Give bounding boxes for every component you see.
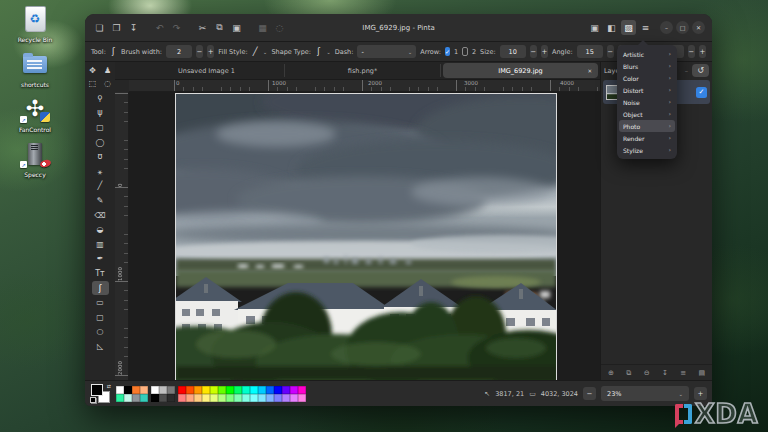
tool-text[interactable]: Tт xyxy=(92,266,109,281)
palette-swatch[interactable] xyxy=(258,394,266,402)
palette-swatch[interactable] xyxy=(210,394,218,402)
palette-swatch[interactable] xyxy=(151,394,159,402)
size-decrease-button[interactable]: − xyxy=(530,45,537,58)
close-tab-icon[interactable]: ✕ xyxy=(587,68,592,74)
duplicate-layer-icon[interactable]: ⧉ xyxy=(626,369,631,377)
adjustments-icon[interactable]: ◧ xyxy=(604,20,619,35)
palette-swatch[interactable] xyxy=(116,386,124,394)
palette-swatch[interactable] xyxy=(178,394,186,402)
palette-swatch[interactable] xyxy=(140,386,148,394)
layer-properties-icon[interactable]: ≡ xyxy=(680,369,686,377)
open-image-icon[interactable]: ❐ xyxy=(109,20,124,35)
effects-menu-item[interactable]: Artistic › xyxy=(619,48,675,60)
canvas-area[interactable] xyxy=(129,92,600,380)
palette-swatch[interactable] xyxy=(167,386,175,394)
image-menu-icon[interactable]: ▣ xyxy=(587,20,602,35)
toolbar-separator[interactable] xyxy=(186,20,193,35)
desktop-icon-recycle-bin[interactable]: ♻ Recycle Bin xyxy=(6,3,64,43)
palette-swatch[interactable] xyxy=(202,394,210,402)
layer-visibility-checkbox[interactable]: ✓ xyxy=(696,87,707,98)
brush-width-decrease-button[interactable]: − xyxy=(196,45,203,58)
palette-swatch[interactable] xyxy=(250,394,258,402)
palette-swatch[interactable] xyxy=(218,386,226,394)
palette-swatch[interactable] xyxy=(178,386,186,394)
fill-style-icon[interactable]: ╱ xyxy=(252,45,259,58)
palette-swatch[interactable] xyxy=(266,386,274,394)
palette-swatch[interactable] xyxy=(151,386,159,394)
tab-fish-png[interactable]: fish.png* xyxy=(285,64,441,77)
palette-swatch[interactable] xyxy=(250,386,258,394)
tool-zoom[interactable]: ⚲ xyxy=(92,91,109,106)
palette-swatch[interactable] xyxy=(282,386,290,394)
palette-swatch[interactable] xyxy=(226,394,234,402)
tool-rounded-rectangle[interactable]: ▢ xyxy=(92,310,109,325)
zoom-out-button[interactable]: − xyxy=(583,387,596,400)
dash-pattern-input[interactable]: -⌄ xyxy=(357,45,416,58)
effects-menu-item[interactable]: Color › xyxy=(619,72,675,84)
palette-swatch[interactable] xyxy=(186,394,194,402)
palette-swatch[interactable] xyxy=(132,394,140,402)
effects-menu-item[interactable]: Blurs › xyxy=(619,60,675,72)
palette-swatch[interactable] xyxy=(290,386,298,394)
tool-freeform-shape[interactable]: ◺ xyxy=(92,339,109,354)
palette-swatch[interactable] xyxy=(274,386,282,394)
palette-swatch[interactable] xyxy=(202,386,210,394)
palette-swatch[interactable] xyxy=(266,394,274,402)
brush-width-increase-button[interactable]: + xyxy=(207,45,214,58)
minimize-button[interactable]: – xyxy=(660,21,673,34)
swap-colors-icon[interactable]: ⇄ xyxy=(107,383,111,389)
primary-secondary-color-widget[interactable]: ⇄ xyxy=(90,383,111,404)
arrow2-checkbox[interactable] xyxy=(462,47,468,56)
arrow1-checkbox[interactable]: ✓ xyxy=(445,47,450,56)
chevron-down-icon[interactable]: ⌄ xyxy=(263,49,268,55)
tool-rectangle-select[interactable]: ▢ xyxy=(92,120,109,135)
palette-swatch[interactable] xyxy=(132,386,140,394)
reset-colors-icon[interactable] xyxy=(90,397,97,404)
palette-swatch[interactable] xyxy=(124,394,132,402)
tool-eraser[interactable]: ⌫ xyxy=(92,208,109,223)
tool-pencil[interactable]: ✎ xyxy=(92,193,109,208)
palette-swatch[interactable] xyxy=(194,386,202,394)
effects-menu-item[interactable]: Photo › xyxy=(619,120,675,132)
new-image-icon[interactable]: ❏ xyxy=(92,20,107,35)
tool-ellipse-select[interactable]: ◯ xyxy=(92,135,109,150)
palette-swatch[interactable] xyxy=(186,386,194,394)
palette-swatch[interactable] xyxy=(242,394,250,402)
tool-move-selected[interactable]: ✥ xyxy=(85,64,100,77)
palette-swatch[interactable] xyxy=(140,394,148,402)
tool-color-picker[interactable]: ✒ xyxy=(92,252,109,267)
palette-swatch[interactable] xyxy=(116,394,124,402)
undo-icon[interactable]: ↶ xyxy=(152,20,167,35)
delete-layer-icon[interactable]: ⊖ xyxy=(644,369,650,377)
chevron-down-icon[interactable]: ⌄ xyxy=(326,49,331,55)
tool-move-selection[interactable]: ♟ xyxy=(100,64,115,77)
tool-magic-wand[interactable]: ⚹ xyxy=(92,164,109,179)
collapse-panel-icon[interactable]: – xyxy=(685,67,688,75)
effects-menu-item[interactable]: Stylize › xyxy=(619,144,675,156)
length-increase-button[interactable]: + xyxy=(699,45,706,58)
palette-swatch[interactable] xyxy=(218,394,226,402)
copy-icon[interactable]: ⧉ xyxy=(212,20,227,35)
desktop-icon-speccy[interactable]: ↗ Speccy xyxy=(6,138,64,178)
tab-unsaved-image-1[interactable]: Unsaved Image 1 xyxy=(129,64,285,77)
palette-swatch[interactable] xyxy=(226,386,234,394)
angle-decrease-button[interactable]: − xyxy=(607,45,614,58)
tool-gradient[interactable]: ▥ xyxy=(92,237,109,252)
cut-icon[interactable]: ✂ xyxy=(195,20,210,35)
history-panel-icon[interactable]: ↺ xyxy=(692,64,709,77)
effects-menu-item[interactable]: Distort › xyxy=(619,84,675,96)
paste-icon[interactable]: ▣ xyxy=(229,20,244,35)
effects-menu-item[interactable]: Noise › xyxy=(619,96,675,108)
palette-swatch[interactable] xyxy=(290,394,298,402)
layer-menu-icon[interactable]: ▤ xyxy=(698,369,705,377)
tool-paint-bucket[interactable]: ◒ xyxy=(92,222,109,237)
tab-img-6929-jpg[interactable]: IMG_6929.jpg✕ xyxy=(443,63,598,78)
palette-swatch[interactable] xyxy=(274,394,282,402)
deselect-icon[interactable]: ◌ xyxy=(272,20,287,35)
palette-swatch[interactable] xyxy=(298,386,306,394)
palette-swatch[interactable] xyxy=(258,386,266,394)
merge-layer-down-icon[interactable]: ↧ xyxy=(662,369,668,377)
palette-swatch[interactable] xyxy=(210,386,218,394)
desktop-icon-shortcuts[interactable]: shortcuts xyxy=(6,48,64,88)
tool-ellipse[interactable]: ○ xyxy=(92,325,109,340)
